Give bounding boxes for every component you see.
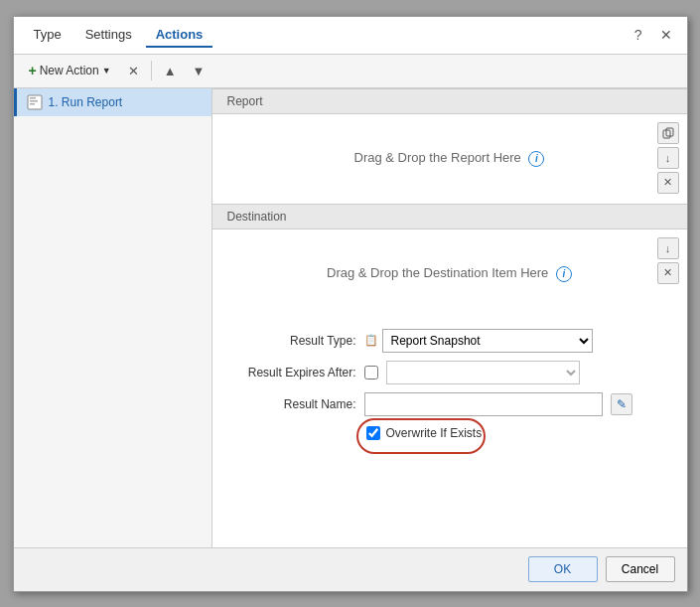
svg-rect-1 — [30, 97, 36, 99]
report-remove-btn[interactable]: ✕ — [657, 172, 679, 194]
action-item-run-report[interactable]: 1. Run Report — [14, 88, 211, 116]
dropdown-arrow-icon: ▼ — [102, 66, 111, 76]
plus-icon: + — [29, 63, 37, 78]
result-expires-select[interactable] — [386, 361, 580, 384]
destination-drop-text: Drag & Drop the Destination Item Here i — [327, 265, 572, 282]
move-down-button[interactable]: ▼ — [187, 60, 211, 82]
svg-rect-3 — [30, 103, 35, 105]
result-name-input[interactable] — [364, 392, 603, 416]
tab-actions[interactable]: Actions — [146, 23, 213, 48]
new-action-label: New Action — [40, 64, 99, 77]
result-type-select[interactable]: Report Snapshot — [382, 329, 593, 353]
report-copy-btn[interactable] — [657, 122, 679, 144]
delete-action-button[interactable]: ✕ — [122, 60, 145, 82]
title-controls: ? ✕ — [630, 25, 677, 45]
tab-bar: Type Settings Actions — [24, 23, 630, 48]
report-move-btn[interactable]: ↓ — [657, 147, 679, 169]
overwrite-checkbox[interactable] — [366, 426, 380, 440]
dest-move-btn[interactable]: ↓ — [657, 237, 679, 259]
result-name-row: Result Name: ✎ — [227, 392, 672, 416]
title-bar: Type Settings Actions ? ✕ — [14, 17, 687, 55]
tab-settings[interactable]: Settings — [75, 23, 142, 48]
snapshot-icon: 📋 — [364, 334, 378, 347]
result-expires-checkbox[interactable] — [364, 366, 378, 379]
form-area: Result Type: 📋 Report Snapshot Result Ex… — [212, 319, 687, 460]
move-up-button[interactable]: ▲ — [158, 60, 183, 82]
result-type-label: Result Type: — [227, 334, 356, 348]
body-area: 1. Run Report Report Drag & Drop the Rep… — [14, 88, 687, 547]
tab-type[interactable]: Type — [24, 23, 71, 48]
report-drop-text: Drag & Drop the Report Here i — [354, 150, 545, 167]
action-item-label: 1. Run Report — [49, 95, 123, 109]
result-expires-row: Result Expires After: — [227, 361, 672, 384]
report-section-header: Report — [212, 88, 687, 114]
ok-button[interactable]: OK — [528, 556, 598, 582]
report-side-actions: ↓ ✕ — [657, 122, 679, 194]
toolbar-separator — [151, 61, 152, 80]
report-drop-section: Drag & Drop the Report Here i ↓ ✕ — [212, 114, 687, 204]
right-panel: Report Drag & Drop the Report Here i ↓ ✕ — [212, 88, 687, 547]
result-name-edit-btn[interactable]: ✎ — [611, 393, 632, 415]
overwrite-row: Overwrite If Exists — [366, 426, 672, 440]
footer: OK Cancel — [14, 547, 687, 591]
close-button[interactable]: ✕ — [655, 25, 677, 45]
destination-section-header: Destination — [212, 204, 687, 229]
dest-remove-btn[interactable]: ✕ — [657, 262, 679, 284]
report-drop-area[interactable]: Drag & Drop the Report Here i — [212, 114, 687, 204]
run-report-icon — [27, 94, 43, 110]
report-info-icon[interactable]: i — [528, 151, 544, 167]
overwrite-label[interactable]: Overwrite If Exists — [386, 426, 483, 440]
result-name-label: Result Name: — [227, 397, 356, 411]
svg-rect-2 — [30, 100, 38, 102]
help-button[interactable]: ? — [630, 25, 647, 45]
result-expires-label: Result Expires After: — [227, 366, 356, 379]
cancel-button[interactable]: Cancel — [606, 556, 675, 582]
toolbar: + New Action ▼ ✕ ▲ ▼ — [14, 55, 687, 88]
destination-info-icon[interactable]: i — [556, 266, 572, 282]
destination-drop-area[interactable]: Drag & Drop the Destination Item Here i — [212, 229, 687, 319]
left-panel: 1. Run Report — [14, 88, 212, 547]
result-type-row: Result Type: 📋 Report Snapshot — [227, 329, 672, 353]
new-action-button[interactable]: + New Action ▼ — [22, 59, 118, 82]
destination-drop-section: Drag & Drop the Destination Item Here i … — [212, 229, 687, 319]
main-dialog: Type Settings Actions ? ✕ + New Action ▼… — [13, 16, 688, 592]
destination-side-actions: ↓ ✕ — [657, 237, 679, 284]
